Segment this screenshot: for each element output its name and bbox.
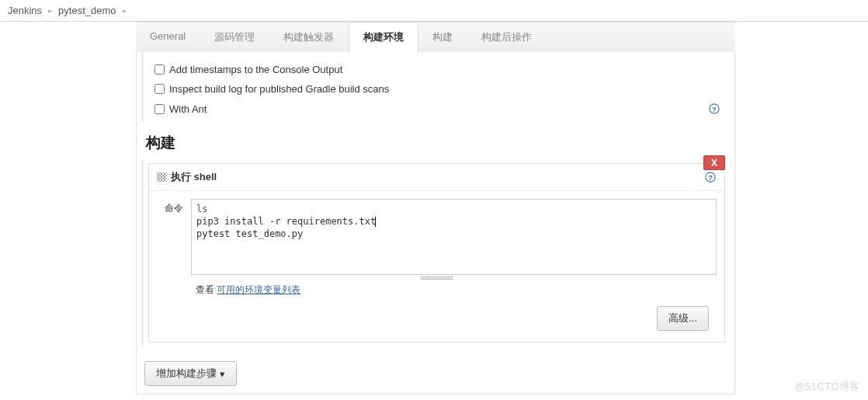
section-build-title: 构建 — [137, 122, 734, 161]
tab-scm[interactable]: 源码管理 — [200, 23, 269, 52]
tab-general[interactable]: General — [136, 23, 200, 52]
check-timestamps-text: Add timestamps to the Console Output — [169, 64, 342, 75]
add-build-step-button[interactable]: 增加构建步骤 ▾ — [144, 361, 237, 386]
chevron-right-icon: ▸ — [48, 6, 52, 15]
env-vars-link[interactable]: 可用的环境变量列表 — [217, 284, 300, 295]
tab-build-env[interactable]: 构建环境 — [349, 22, 418, 53]
build-steps: X 执行 shell ? 命令 ls pip3 install -r requi… — [141, 161, 730, 347]
watermark: @51CTO博客 — [794, 380, 860, 394]
env-see-label: 查看 — [196, 284, 217, 295]
command-textarea[interactable]: ls pip3 install -r requirements.txt pyte… — [191, 199, 717, 275]
check-gradle[interactable] — [155, 84, 165, 94]
drag-handle-icon[interactable] — [157, 172, 166, 182]
chevron-right-icon: ▸ — [123, 6, 127, 15]
svg-text:?: ? — [712, 105, 717, 113]
caret-down-icon: ▾ — [220, 368, 225, 380]
check-timestamps-row: Add timestamps to the Console Output — [150, 60, 725, 79]
shell-step-header: 执行 shell ? — [149, 164, 724, 191]
tab-build[interactable]: 构建 — [418, 23, 467, 52]
breadcrumb-root[interactable]: Jenkins — [8, 5, 42, 16]
add-build-step-label: 增加构建步骤 — [156, 367, 217, 381]
check-gradle-text: Inspect build log for published Gradle b… — [169, 83, 389, 95]
tab-post-build[interactable]: 构建后操作 — [467, 23, 547, 52]
breadcrumb: Jenkins ▸ pytest_demo ▸ — [0, 0, 868, 22]
check-ant-label[interactable]: With Ant — [155, 103, 207, 115]
delete-step-button[interactable]: X — [703, 155, 725, 170]
help-icon[interactable]: ? — [704, 171, 717, 183]
help-icon[interactable]: ? — [708, 103, 720, 115]
check-ant-text: With Ant — [169, 103, 207, 115]
shell-step: X 执行 shell ? 命令 ls pip3 install -r requi… — [148, 163, 725, 343]
check-ant-row: With Ant ? — [150, 99, 725, 119]
svg-text:?: ? — [708, 173, 713, 182]
advanced-button[interactable]: 高级... — [657, 306, 709, 331]
shell-step-title: 执行 shell — [171, 170, 217, 184]
check-timestamps[interactable] — [155, 64, 165, 75]
shell-step-body: 命令 ls pip3 install -r requirements.txt p… — [149, 191, 724, 342]
check-ant[interactable] — [155, 104, 165, 114]
check-timestamps-label[interactable]: Add timestamps to the Console Output — [155, 64, 342, 75]
tab-triggers[interactable]: 构建触发器 — [269, 23, 349, 52]
command-label: 命令 — [157, 199, 183, 215]
check-gradle-row: Inspect build log for published Gradle b… — [150, 79, 725, 99]
check-gradle-label[interactable]: Inspect build log for published Gradle b… — [155, 83, 389, 95]
config-tabs: General 源码管理 构建触发器 构建环境 构建 构建后操作 — [136, 22, 735, 52]
breadcrumb-project[interactable]: pytest_demo — [58, 5, 116, 16]
config-panel: General 源码管理 构建触发器 构建环境 构建 构建后操作 Add tim… — [136, 22, 735, 395]
env-vars-row: 查看 可用的环境变量列表 — [157, 277, 717, 303]
build-env-options: Add timestamps to the Console Output Ins… — [141, 52, 730, 122]
config-content: Add timestamps to the Console Output Ins… — [136, 52, 735, 395]
